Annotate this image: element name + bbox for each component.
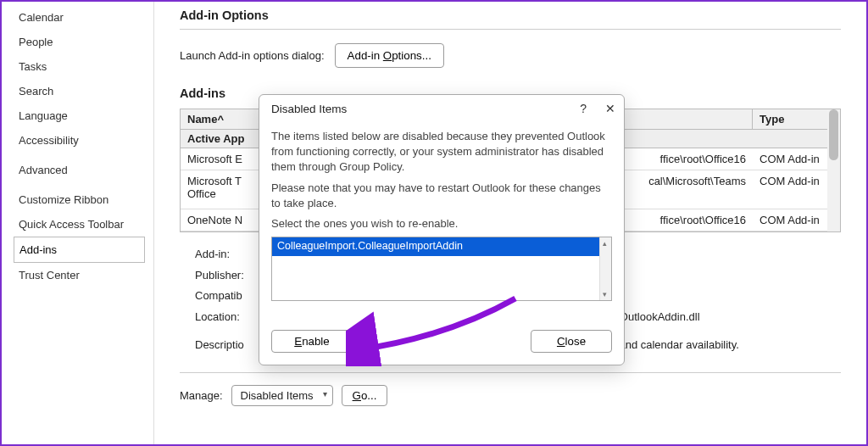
col-location[interactable]	[604, 109, 753, 129]
sidebar-item-people[interactable]: People	[14, 30, 145, 54]
addin-options-button[interactable]: Add-in Options...	[335, 43, 444, 68]
manage-label: Manage:	[180, 389, 223, 402]
enable-button[interactable]: Enable	[271, 330, 353, 353]
list-item[interactable]: ColleagueImport.ColleagueImportAddin	[272, 237, 611, 256]
table-scrollbar[interactable]	[827, 109, 840, 231]
dialog-title: Disabled Items	[271, 103, 347, 115]
go-button[interactable]: Go...	[342, 385, 388, 406]
sidebar-item-trust-center[interactable]: Trust Center	[14, 263, 145, 287]
close-icon[interactable]: ✕	[605, 102, 615, 115]
dialog-text-2: Please note that you may have to restart…	[271, 181, 612, 211]
dialog-text-1: The items listed below are disabled beca…	[271, 129, 612, 176]
sidebar-item-calendar[interactable]: Calendar	[14, 5, 145, 30]
section-title: Add-in Options	[180, 8, 841, 22]
options-label: Launch Add-in options dialog:	[180, 49, 325, 62]
disabled-items-listbox[interactable]: ColleagueImport.ColleagueImportAddin	[271, 237, 612, 301]
sidebar-item-customize-ribbon[interactable]: Customize Ribbon	[14, 187, 145, 212]
dialog-text-3: Select the ones you wish to re-enable.	[271, 216, 612, 231]
close-button[interactable]: Close	[531, 330, 612, 353]
listbox-scrollbar[interactable]	[599, 237, 611, 300]
disabled-items-dialog: Disabled Items ? ✕ The items listed belo…	[259, 94, 625, 365]
sidebar-item-advanced[interactable]: Advanced	[14, 158, 145, 182]
manage-combo[interactable]: Disabled Items	[231, 385, 333, 406]
sidebar-item-tasks[interactable]: Tasks	[14, 54, 145, 79]
sidebar-item-language[interactable]: Language	[14, 103, 145, 128]
sidebar-item-accessibility[interactable]: Accessibility	[14, 128, 145, 153]
help-icon[interactable]: ?	[580, 102, 587, 115]
sidebar: Calendar People Tasks Search Language Ac…	[2, 2, 154, 444]
sidebar-item-quick-access-toolbar[interactable]: Quick Access Toolbar	[14, 212, 145, 237]
sidebar-item-addins[interactable]: Add-ins	[14, 237, 145, 263]
sidebar-item-search[interactable]: Search	[14, 79, 145, 103]
